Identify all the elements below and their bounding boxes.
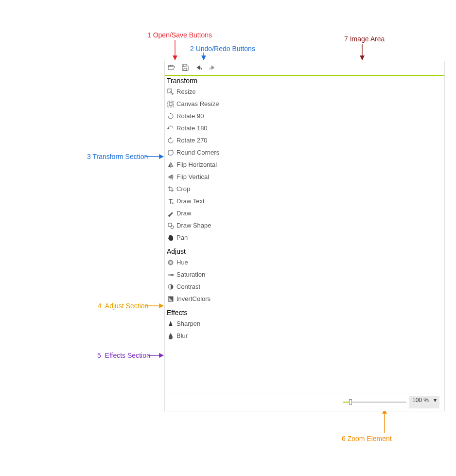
annotation-zoom: 6 Zoom Element — [342, 435, 392, 442]
hue-icon — [167, 259, 175, 266]
item-label: Rotate 180 — [176, 124, 208, 132]
annotation-image-area: 7 Image Area — [344, 35, 385, 43]
zoom-slider[interactable] — [343, 399, 406, 405]
annotation-adjust: 4 Adjust Section — [98, 302, 148, 310]
svg-rect-9 — [169, 103, 172, 106]
rotate-180-icon — [167, 124, 175, 132]
image-editor-app: Transform Resize Canvas Resize Rotate 90 — [164, 61, 445, 411]
sidebar: Transform Resize Canvas Resize Rotate 90 — [165, 76, 268, 345]
item-label: Resize — [176, 88, 196, 95]
adjust-item-contrast[interactable]: Contrast — [167, 281, 266, 293]
undo-button[interactable] — [192, 61, 206, 75]
transform-item-rotate-180[interactable]: Rotate 180 — [167, 122, 266, 134]
text-icon — [167, 197, 175, 205]
toolbar — [165, 61, 444, 76]
svg-rect-10 — [168, 150, 173, 155]
zoom-select[interactable]: 100 % ▾ — [409, 396, 439, 408]
item-label: Hue — [176, 259, 188, 266]
resize-icon — [167, 88, 175, 96]
save-button[interactable] — [178, 61, 192, 75]
redo-button[interactable] — [206, 61, 219, 75]
item-label: Draw — [176, 210, 191, 217]
item-label: Rotate 270 — [176, 137, 208, 144]
blur-icon — [167, 332, 175, 340]
transform-item-resize[interactable]: Resize — [167, 86, 266, 98]
transform-item-crop[interactable]: Crop — [167, 183, 266, 195]
adjust-item-saturation[interactable]: Saturation — [167, 268, 266, 281]
transform-item-rotate-270[interactable]: Rotate 270 — [167, 134, 266, 146]
item-label: Sharpen — [176, 320, 200, 327]
adjust-item-invert[interactable]: InvertColors — [167, 293, 266, 305]
annotation-transform: 3 Transform Section — [87, 153, 148, 160]
brush-icon — [167, 210, 175, 217]
save-icon — [181, 64, 189, 73]
transform-item-flip-vertical[interactable]: Flip Vertical — [167, 171, 266, 183]
effects-item-sharpen[interactable]: Sharpen — [167, 317, 266, 330]
image-area[interactable] — [268, 76, 444, 393]
transform-item-draw[interactable]: Draw — [167, 207, 266, 219]
adjust-section: Adjust Hue Saturation Contrast — [165, 247, 268, 308]
folder-open-icon — [168, 64, 175, 73]
item-label: Round Corners — [176, 149, 219, 156]
item-label: Blur — [176, 332, 188, 339]
rotate-270-icon — [167, 137, 175, 144]
transform-item-draw-text[interactable]: Draw Text — [167, 195, 266, 207]
annotation-open-save: 1 Open/Save Buttons — [147, 31, 212, 39]
svg-point-12 — [171, 226, 174, 229]
transform-item-pan[interactable]: Pan — [167, 231, 266, 244]
svg-point-13 — [168, 260, 173, 265]
contrast-icon — [167, 283, 175, 291]
transform-section: Transform Resize Canvas Resize Rotate 90 — [165, 76, 268, 247]
saturation-icon — [167, 271, 175, 279]
annotation-effects: 5 Effects Section — [97, 352, 150, 359]
open-button[interactable] — [165, 61, 178, 75]
transform-item-canvas-resize[interactable]: Canvas Resize — [167, 98, 266, 110]
svg-rect-8 — [168, 101, 174, 107]
item-label: Crop — [176, 185, 190, 193]
transform-item-rotate-90[interactable]: Rotate 90 — [167, 110, 266, 122]
shape-icon — [167, 222, 175, 229]
item-label: Contrast — [176, 283, 200, 290]
rotate-90-icon — [167, 112, 175, 120]
item-label: Saturation — [176, 271, 205, 278]
toolbar-group-undo-redo — [192, 61, 219, 75]
svg-rect-15 — [168, 274, 171, 276]
flip-horizontal-icon — [167, 161, 175, 169]
adjust-title: Adjust — [167, 247, 266, 255]
effects-title: Effects — [167, 309, 266, 317]
item-label: Canvas Resize — [176, 100, 219, 107]
pan-hand-icon — [167, 234, 175, 242]
zoom-value: 100 % — [412, 397, 429, 404]
canvas-resize-icon — [167, 100, 175, 108]
transform-item-draw-shape[interactable]: Draw Shape — [167, 219, 266, 231]
item-label: InvertColors — [176, 295, 210, 302]
annotation-undo-redo: 2 Undo/Redo Buttons — [190, 45, 255, 53]
zoom-slider-thumb[interactable] — [349, 399, 352, 405]
effects-section: Effects Sharpen Blur — [165, 308, 268, 345]
item-label: Flip Vertical — [176, 173, 209, 180]
transform-title: Transform — [167, 77, 266, 85]
flip-vertical-icon — [167, 173, 175, 181]
item-label: Rotate 90 — [176, 112, 204, 120]
transform-item-round-corners[interactable]: Round Corners — [167, 146, 266, 159]
sharpen-icon — [167, 320, 175, 328]
item-label: Flip Horizontal — [176, 161, 217, 168]
item-label: Draw Text — [176, 197, 205, 205]
round-corners-icon — [167, 149, 175, 157]
adjust-item-hue[interactable]: Hue — [167, 256, 266, 268]
item-label: Draw Shape — [176, 222, 211, 229]
zoom-control: 100 % ▾ — [343, 396, 439, 408]
crop-icon — [167, 185, 175, 193]
effects-item-blur[interactable]: Blur — [167, 330, 266, 342]
transform-item-flip-horizontal[interactable]: Flip Horizontal — [167, 159, 266, 171]
undo-icon — [195, 64, 203, 73]
footer: 100 % ▾ — [165, 393, 444, 411]
item-label: Pan — [176, 234, 188, 241]
redo-icon — [209, 64, 216, 73]
toolbar-group-open-save — [165, 61, 192, 75]
invert-icon — [167, 295, 175, 303]
